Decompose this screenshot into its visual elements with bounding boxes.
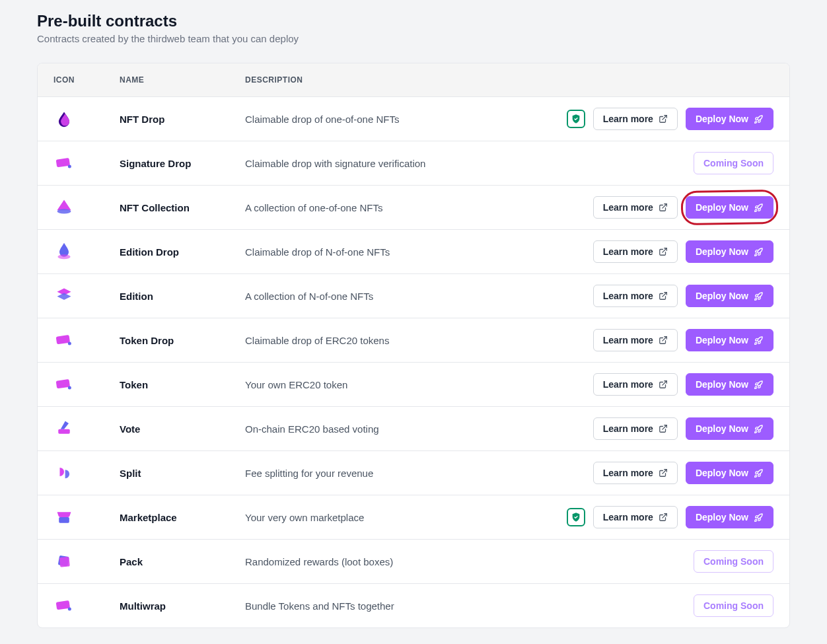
table-row: Edition DropClaimable drop of N-of-one N… (38, 230, 789, 274)
svg-line-6 (663, 248, 666, 252)
svg-rect-17 (59, 517, 69, 523)
learn-more-button[interactable]: Learn more (593, 108, 678, 130)
table-row: Token DropClaimable drop of ERC20 tokens… (38, 318, 789, 363)
signature-icon (54, 153, 75, 174)
svg-line-10 (663, 337, 666, 341)
svg-line-4 (663, 204, 666, 208)
svg-point-5 (57, 254, 70, 259)
rocket-icon (754, 380, 764, 390)
rocket-icon (754, 336, 764, 345)
table-row: NFT DropClaimable drop of one-of-one NFT… (38, 97, 789, 141)
rocket-icon (754, 424, 764, 434)
svg-point-3 (57, 209, 71, 214)
external-link-icon (659, 247, 668, 256)
col-name-header: NAME (120, 75, 245, 85)
rocket-icon (754, 114, 764, 124)
table-row: MarketplaceYour very own marketplaceLear… (38, 495, 789, 540)
learn-more-button[interactable]: Learn more (593, 240, 678, 263)
deploy-now-button[interactable]: Deploy Now (686, 506, 773, 528)
contract-name: Marketplace (120, 512, 245, 523)
learn-more-button[interactable]: Learn more (593, 373, 678, 396)
drop-icon (54, 108, 75, 129)
contract-name: Edition (120, 291, 245, 302)
contract-description: Claimable drop with signature verificati… (245, 158, 694, 169)
learn-more-button[interactable]: Learn more (593, 417, 678, 440)
svg-line-18 (663, 514, 666, 518)
table-header: ICON NAME DESCRIPTION (38, 63, 789, 97)
contract-name: Token (120, 379, 245, 390)
contract-name: Split (120, 468, 245, 479)
external-link-icon (659, 468, 668, 478)
svg-rect-1 (56, 158, 70, 167)
contract-description: A collection of N-of-one NFTs (245, 291, 593, 302)
contract-name: Edition Drop (120, 246, 245, 258)
learn-more-button[interactable]: Learn more (593, 462, 678, 484)
table-row: MultiwrapBundle Tokens and NFTs together… (38, 584, 789, 627)
learn-more-button[interactable]: Learn more (593, 285, 678, 307)
token-drop-icon (54, 330, 75, 351)
pack-icon (54, 551, 75, 572)
col-desc-header: DESCRIPTION (245, 75, 773, 85)
svg-line-16 (663, 470, 666, 474)
marketplace-icon (54, 507, 75, 528)
deploy-now-button[interactable]: Deploy Now (686, 196, 773, 219)
deploy-now-button[interactable]: Deploy Now (686, 285, 773, 307)
table-row: TokenYour own ERC20 tokenLearn moreDeplo… (38, 363, 789, 407)
svg-rect-11 (56, 379, 70, 388)
external-link-icon (659, 336, 668, 345)
deploy-now-button[interactable]: Deploy Now (686, 462, 773, 484)
deploy-now-button[interactable]: Deploy Now (686, 417, 773, 440)
table-row: SplitFee splitting for your revenueLearn… (38, 451, 789, 495)
coming-soon-badge: Coming Soon (694, 550, 773, 573)
deploy-now-button[interactable]: Deploy Now (686, 329, 773, 351)
external-link-icon (659, 114, 668, 124)
contract-description: A collection of one-of-one NFTs (245, 202, 593, 213)
deploy-now-button[interactable]: Deploy Now (686, 108, 773, 130)
contract-name: Vote (120, 423, 245, 435)
contract-description: Your very own marketplace (245, 512, 567, 523)
contract-name: NFT Drop (120, 114, 245, 125)
token-icon (54, 374, 75, 395)
deploy-now-button[interactable]: Deploy Now (686, 240, 773, 263)
svg-point-9 (68, 342, 71, 345)
svg-line-13 (663, 381, 666, 385)
external-link-icon (659, 380, 668, 389)
rocket-icon (754, 203, 764, 213)
contract-description: On-chain ERC20 based voting (245, 423, 593, 435)
table-row: PackRandomized rewards (loot boxes)Comin… (38, 540, 789, 584)
col-icon-header: ICON (54, 75, 120, 85)
deploy-now-button[interactable]: Deploy Now (686, 373, 773, 396)
page-title: Pre-built contracts (37, 12, 790, 30)
contract-name: Token Drop (120, 335, 245, 346)
contract-description: Claimable drop of one-of-one NFTs (245, 114, 567, 125)
vote-icon (54, 417, 75, 439)
learn-more-button[interactable]: Learn more (593, 329, 678, 351)
table-row: NFT CollectionA collection of one-of-one… (38, 186, 789, 230)
contract-description: Fee splitting for your revenue (245, 468, 593, 479)
table-row: EditionA collection of N-of-one NFTsLear… (38, 274, 789, 318)
multiwrap-icon (54, 595, 75, 616)
svg-point-12 (68, 386, 71, 390)
table-row: Signature DropClaimable drop with signat… (38, 141, 789, 186)
svg-rect-14 (58, 429, 70, 434)
contract-description: Randomized rewards (loot boxes) (245, 556, 694, 567)
edition-drop-icon (54, 240, 75, 262)
svg-line-7 (663, 293, 666, 297)
contract-name: Pack (120, 556, 245, 567)
rocket-icon (754, 247, 764, 257)
external-link-icon (659, 291, 668, 301)
contract-name: Multiwrap (120, 600, 245, 612)
learn-more-button[interactable]: Learn more (593, 196, 678, 219)
rocket-icon (754, 513, 764, 522)
external-link-icon (659, 424, 668, 433)
rocket-icon (754, 291, 764, 301)
coming-soon-badge: Coming Soon (694, 594, 773, 617)
learn-more-button[interactable]: Learn more (593, 506, 678, 528)
contract-name: NFT Collection (120, 202, 245, 213)
contract-description: Bundle Tokens and NFTs together (245, 600, 694, 612)
svg-rect-8 (56, 335, 70, 344)
svg-line-0 (663, 116, 666, 120)
external-link-icon (659, 203, 668, 212)
audited-badge (567, 508, 585, 526)
contracts-table: ICON NAME DESCRIPTION NFT DropClaimable … (37, 63, 790, 628)
